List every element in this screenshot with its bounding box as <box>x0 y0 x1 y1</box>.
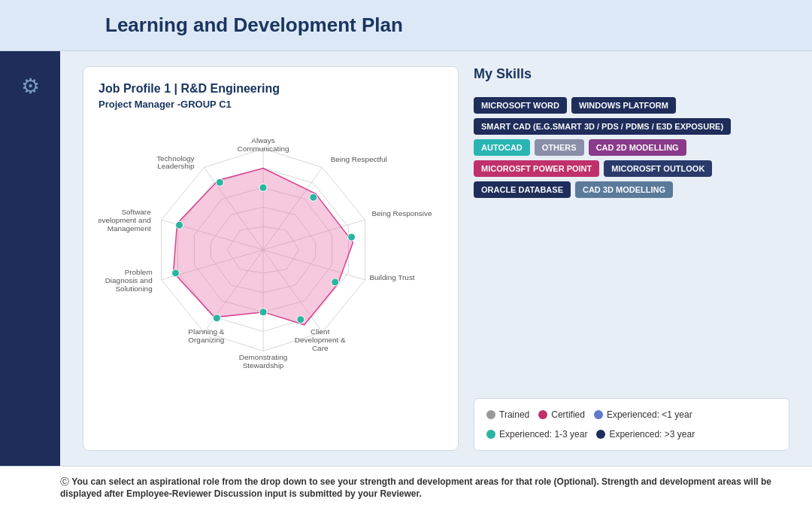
svg-text:Management: Management <box>108 224 151 233</box>
legend-dot <box>486 410 495 419</box>
gear-icon[interactable]: ⚙ <box>21 74 40 99</box>
svg-text:Building Trust: Building Trust <box>369 273 414 281</box>
legend-item: Certified <box>538 409 585 420</box>
svg-text:Diagnosis and: Diagnosis and <box>105 276 153 284</box>
my-skills-title: My Skills <box>474 66 789 82</box>
right-panel: My Skills MICROSOFT WORDWINDOWS PLATFORM… <box>474 66 789 451</box>
skill-tag: CAD 3D MODELLING <box>575 181 673 198</box>
svg-text:Problem: Problem <box>125 268 153 276</box>
svg-text:Demonstrating: Demonstrating <box>239 353 288 361</box>
svg-point-17 <box>310 193 317 201</box>
svg-point-20 <box>297 316 304 324</box>
skill-tag: AUTOCAD <box>474 139 530 156</box>
svg-point-24 <box>176 221 183 229</box>
skill-tag: MICOROSFT OUTLOOK <box>604 160 712 177</box>
svg-text:Leadership: Leadership <box>157 162 195 170</box>
svg-text:Development and: Development and <box>98 216 151 224</box>
skill-tag: WINDOWS PLATFORM <box>571 97 676 114</box>
skill-tag: MICROSOFT WORD <box>474 97 567 114</box>
legend-label: Experienced: 1-3 year <box>499 429 587 440</box>
svg-text:Organizing: Organizing <box>188 336 224 344</box>
legend-label: Certified <box>551 409 585 420</box>
skill-tag: CAD 2D MODELLING <box>589 139 686 156</box>
legend-label: Experienced: <1 year <box>607 409 692 420</box>
svg-point-18 <box>348 233 356 241</box>
legend-item: Experienced: 1-3 year <box>486 429 587 440</box>
skill-tag: OTHERS <box>535 139 584 156</box>
svg-text:Technology: Technology <box>156 154 194 163</box>
svg-text:Communicating: Communicating <box>238 144 289 153</box>
svg-point-16 <box>259 184 267 191</box>
main-layout: ⚙ Job Profile 1 | R&D Engineering Projec… <box>0 51 812 466</box>
skill-tag: ORACLE DATABASE <box>474 181 571 198</box>
skill-tag: MICOROSFT POWER POINT <box>474 160 599 177</box>
legend-row: TrainedCertifiedExperienced: <1 yearExpe… <box>486 409 777 440</box>
svg-point-23 <box>172 269 180 277</box>
legend-dot <box>486 430 495 439</box>
legend-dot <box>594 410 603 419</box>
legend-box: TrainedCertifiedExperienced: <1 yearExpe… <box>474 398 789 451</box>
svg-text:Being Respectful: Being Respectful <box>331 156 387 164</box>
svg-point-19 <box>332 278 339 286</box>
sidebar: ⚙ <box>0 51 60 466</box>
job-subtitle: Project Manager -GROUP C1 <box>98 99 443 110</box>
legend-item: Experienced: <1 year <box>594 409 692 420</box>
legend-dot <box>538 410 547 419</box>
skills-tags: MICROSOFT WORDWINDOWS PLATFORMSMART CAD … <box>474 97 789 198</box>
svg-text:Client: Client <box>311 328 330 336</box>
legend-label: Experienced: >3 year <box>609 429 695 440</box>
content-area: Job Profile 1 | R&D Engineering Project … <box>60 51 812 466</box>
header: Learning and Development Plan <box>0 0 812 51</box>
svg-text:Software: Software <box>121 208 151 216</box>
svg-text:Being Responsive: Being Responsive <box>371 209 432 217</box>
legend-item: Experienced: >3 year <box>596 429 695 440</box>
svg-text:Always: Always <box>251 136 275 144</box>
svg-text:Development &: Development & <box>295 336 346 344</box>
content-row: Job Profile 1 | R&D Engineering Project … <box>83 66 789 451</box>
svg-text:Solutioning: Solutioning <box>115 284 152 293</box>
svg-point-22 <box>213 315 220 322</box>
legend-label: Trained <box>499 409 529 420</box>
svg-text:Care: Care <box>312 344 329 352</box>
skill-tag: SMART CAD (E.G.SMART 3D / PDS / PDMS / E… <box>474 118 731 135</box>
footer-icon: Ⓒ <box>60 476 71 487</box>
svg-point-25 <box>216 178 223 186</box>
job-title: Job Profile 1 | R&D Engineering <box>98 82 443 96</box>
svg-text:Stewardship: Stewardship <box>243 361 284 370</box>
job-profile-card: Job Profile 1 | R&D Engineering Project … <box>83 66 459 451</box>
svg-text:Planning &: Planning & <box>188 328 224 336</box>
radar-chart-container: Always Communicating Being Respectful Be… <box>98 122 443 378</box>
legend-dot <box>596 430 605 439</box>
radar-chart: Always Communicating Being Respectful Be… <box>98 126 443 374</box>
svg-point-21 <box>259 309 267 316</box>
footer-text: You can select an aspirational role from… <box>60 476 771 499</box>
page-title: Learning and Development Plan <box>105 14 707 37</box>
footer-note: Ⓒ You can select an aspirational role fr… <box>0 466 812 508</box>
legend-item: Trained <box>486 409 529 420</box>
